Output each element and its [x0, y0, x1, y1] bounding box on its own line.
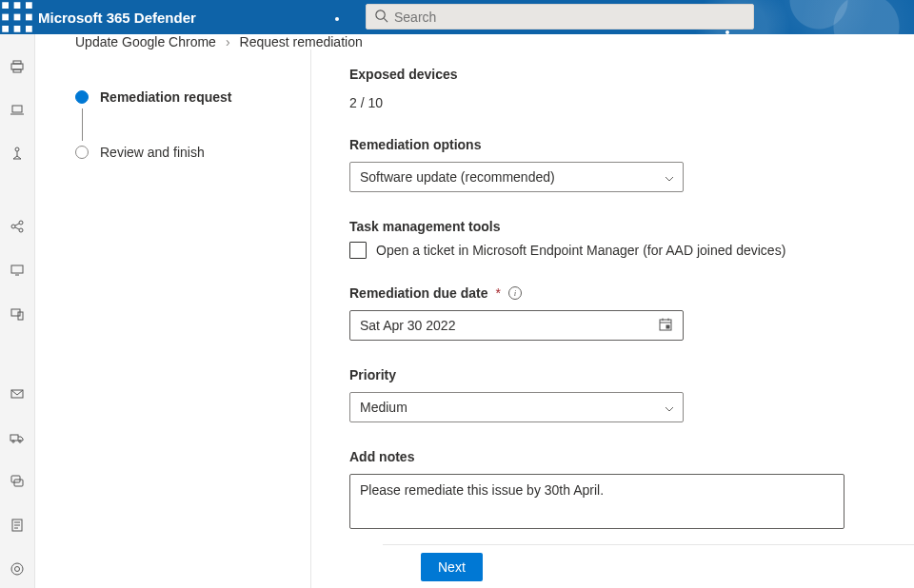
open-ticket-label: Open a ticket in Microsoft Endpoint Mana… [376, 243, 785, 258]
svg-rect-11 [11, 64, 23, 69]
nav-icon-mail[interactable] [9, 386, 26, 402]
select-value: Software update (recommended) [360, 169, 555, 185]
svg-rect-14 [12, 106, 22, 112]
nav-icon-devices[interactable] [9, 306, 26, 322]
due-date-value: Sat Apr 30 2022 [360, 318, 455, 333]
wizard-steps: Remediation request Review and finish [35, 49, 310, 588]
step-label: Review and finish [100, 145, 205, 160]
svg-rect-2 [26, 2, 32, 9]
decorative-dot [335, 17, 339, 21]
svg-rect-26 [11, 265, 23, 273]
chevron-down-icon [664, 172, 673, 182]
calendar-icon [658, 317, 673, 335]
svg-point-23 [19, 228, 23, 232]
add-notes-label: Add notes [349, 449, 914, 464]
product-title: Microsoft 365 Defender [38, 10, 196, 26]
app-launcher-icon[interactable] [0, 0, 34, 34]
nav-icon-share[interactable] [9, 219, 26, 234]
svg-line-24 [15, 224, 19, 225]
nav-icon-device-print[interactable] [9, 59, 26, 74]
svg-point-40 [11, 563, 23, 575]
nav-icon-share-point[interactable] [9, 147, 26, 162]
search-input[interactable] [394, 10, 745, 25]
due-date-input[interactable]: Sat Apr 30 2022 [349, 310, 684, 341]
svg-rect-5 [26, 14, 32, 21]
exposed-devices-label: Exposed devices [349, 67, 914, 82]
breadcrumb-item-1[interactable]: Update Google Chrome [75, 34, 216, 49]
task-management-tools-label: Task management tools [349, 219, 914, 234]
svg-rect-13 [13, 69, 21, 72]
svg-rect-3 [2, 14, 9, 21]
chevron-down-icon [664, 402, 673, 412]
wizard-footer: Next [383, 544, 914, 588]
notes-textarea[interactable] [349, 474, 844, 529]
svg-line-25 [15, 227, 19, 229]
step-bullet-icon [75, 146, 89, 159]
nav-icon-monitor[interactable] [9, 263, 26, 278]
main-panel: Update Google Chrome › Request remediati… [35, 34, 914, 588]
chevron-right-icon: › [226, 34, 230, 49]
svg-point-22 [19, 221, 23, 225]
open-ticket-checkbox[interactable] [349, 242, 367, 259]
svg-point-41 [15, 567, 20, 572]
select-value: Medium [360, 400, 407, 415]
next-button[interactable]: Next [421, 553, 483, 581]
svg-rect-31 [10, 435, 18, 441]
nav-icon-report[interactable] [9, 518, 26, 533]
remediation-options-select[interactable]: Software update (recommended) [349, 162, 684, 192]
nav-icon-laptop[interactable] [9, 103, 26, 118]
remediation-options-label: Remediation options [349, 137, 914, 152]
nav-icon-chat[interactable] [9, 474, 26, 489]
svg-rect-8 [26, 26, 32, 32]
step-review-and-finish[interactable]: Review and finish [75, 143, 288, 162]
search-icon [374, 9, 388, 26]
nav-icon-target[interactable] [9, 561, 26, 577]
remediation-form: Exposed devices 2 / 10 Remediation optio… [311, 49, 914, 588]
info-icon[interactable]: i [508, 286, 522, 300]
svg-point-21 [11, 225, 15, 228]
svg-point-9 [376, 10, 385, 18]
svg-point-32 [12, 441, 14, 442]
svg-rect-6 [2, 26, 9, 32]
step-bullet-active-icon [75, 90, 89, 104]
step-label: Remediation request [100, 89, 231, 105]
svg-rect-1 [14, 2, 21, 9]
svg-rect-4 [14, 14, 21, 21]
global-search[interactable] [366, 4, 754, 29]
step-remediation-request[interactable]: Remediation request [75, 88, 288, 107]
svg-point-16 [15, 147, 19, 151]
breadcrumb-item-2: Request remediation [240, 34, 363, 49]
priority-select[interactable]: Medium [349, 392, 684, 422]
required-asterisk: * [495, 285, 500, 301]
svg-rect-12 [13, 61, 21, 64]
nav-icon-delivery[interactable] [9, 430, 26, 445]
svg-point-33 [19, 441, 21, 442]
svg-line-10 [384, 18, 387, 22]
svg-rect-0 [2, 2, 9, 9]
priority-label: Priority [349, 367, 914, 382]
app-header: Microsoft 365 Defender [0, 0, 914, 34]
due-date-label: Remediation due date [349, 285, 487, 301]
breadcrumb: Update Google Chrome › Request remediati… [35, 34, 914, 49]
svg-rect-7 [14, 26, 21, 32]
left-nav-rail [0, 34, 35, 588]
svg-rect-46 [666, 325, 669, 328]
exposed-devices-value: 2 / 10 [349, 95, 914, 110]
step-connector [82, 108, 83, 141]
